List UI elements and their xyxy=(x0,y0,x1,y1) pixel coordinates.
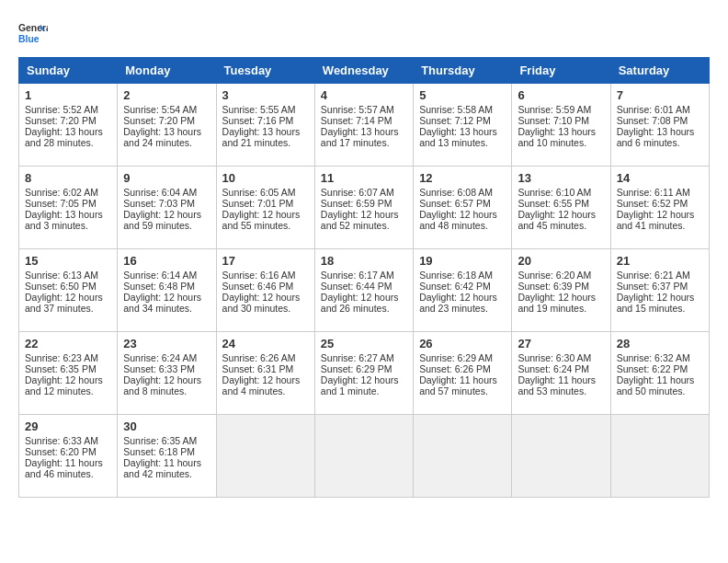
daylight: Daylight: 11 hours and 46 minutes. xyxy=(25,457,103,479)
sunset: Sunset: 7:14 PM xyxy=(321,115,392,126)
sunset: Sunset: 6:33 PM xyxy=(123,363,195,374)
sunrise: Sunrise: 6:01 AM xyxy=(617,104,690,115)
calendar-cell: 9 Sunrise: 6:04 AM Sunset: 7:03 PM Dayli… xyxy=(118,167,216,249)
sunset: Sunset: 6:50 PM xyxy=(25,281,97,292)
sunrise: Sunrise: 6:02 AM xyxy=(25,187,98,198)
sunrise: Sunrise: 6:17 AM xyxy=(321,270,394,281)
sunset: Sunset: 6:52 PM xyxy=(617,198,688,209)
day-number: 8 xyxy=(25,171,111,185)
sunset: Sunset: 6:29 PM xyxy=(321,363,392,374)
daylight: Daylight: 11 hours and 53 minutes. xyxy=(518,374,596,396)
sunrise: Sunrise: 5:52 AM xyxy=(25,104,98,115)
day-number: 20 xyxy=(518,254,604,268)
calendar-cell: 5 Sunrise: 5:58 AM Sunset: 7:12 PM Dayli… xyxy=(414,84,512,167)
day-number: 5 xyxy=(419,88,506,102)
day-number: 15 xyxy=(25,254,111,268)
sunrise: Sunrise: 5:57 AM xyxy=(321,104,394,115)
day-number: 14 xyxy=(617,171,703,185)
day-number: 21 xyxy=(617,254,703,268)
daylight: Daylight: 13 hours and 6 minutes. xyxy=(617,126,695,148)
sunrise: Sunrise: 6:32 AM xyxy=(617,352,690,363)
sunrise: Sunrise: 5:58 AM xyxy=(419,104,493,115)
day-number: 9 xyxy=(123,171,210,185)
daylight: Daylight: 12 hours and 41 minutes. xyxy=(617,209,695,231)
svg-text:General: General xyxy=(18,23,48,33)
sunset: Sunset: 6:39 PM xyxy=(518,281,589,292)
calendar-cell: 12 Sunrise: 6:08 AM Sunset: 6:57 PM Dayl… xyxy=(414,167,512,249)
sunrise: Sunrise: 6:24 AM xyxy=(123,352,197,363)
calendar-cell: 30 Sunrise: 6:35 AM Sunset: 6:18 PM Dayl… xyxy=(118,415,216,498)
daylight: Daylight: 11 hours and 57 minutes. xyxy=(419,374,497,396)
daylight: Daylight: 11 hours and 50 minutes. xyxy=(617,374,695,396)
calendar-cell: 28 Sunrise: 6:32 AM Sunset: 6:22 PM Dayl… xyxy=(610,332,709,415)
logo-icon: General Blue xyxy=(18,18,48,48)
daylight: Daylight: 11 hours and 42 minutes. xyxy=(123,457,201,479)
calendar-week-2: 8 Sunrise: 6:02 AM Sunset: 7:05 PM Dayli… xyxy=(19,167,710,249)
sunrise: Sunrise: 6:16 AM xyxy=(222,270,296,281)
day-number: 29 xyxy=(25,419,111,433)
sunrise: Sunrise: 5:55 AM xyxy=(222,104,296,115)
weekday-header-monday: Monday xyxy=(118,58,216,84)
sunrise: Sunrise: 6:27 AM xyxy=(321,352,394,363)
sunset: Sunset: 7:05 PM xyxy=(25,198,97,209)
sunrise: Sunrise: 6:18 AM xyxy=(419,270,493,281)
sunset: Sunset: 6:48 PM xyxy=(123,281,195,292)
calendar-cell: 18 Sunrise: 6:17 AM Sunset: 6:44 PM Dayl… xyxy=(314,249,413,332)
sunrise: Sunrise: 6:13 AM xyxy=(25,270,98,281)
calendar-cell: 17 Sunrise: 6:16 AM Sunset: 6:46 PM Dayl… xyxy=(216,249,314,332)
sunrise: Sunrise: 6:21 AM xyxy=(617,270,690,281)
calendar-cell: 8 Sunrise: 6:02 AM Sunset: 7:05 PM Dayli… xyxy=(19,167,118,249)
sunrise: Sunrise: 6:30 AM xyxy=(518,352,591,363)
calendar-cell: 25 Sunrise: 6:27 AM Sunset: 6:29 PM Dayl… xyxy=(314,332,413,415)
sunset: Sunset: 7:20 PM xyxy=(25,115,97,126)
daylight: Daylight: 12 hours and 12 minutes. xyxy=(25,374,103,396)
sunset: Sunset: 6:18 PM xyxy=(123,446,195,457)
sunset: Sunset: 6:59 PM xyxy=(321,198,392,209)
header-row: SundayMondayTuesdayWednesdayThursdayFrid… xyxy=(19,58,710,84)
daylight: Daylight: 12 hours and 4 minutes. xyxy=(222,374,301,396)
logo: General Blue xyxy=(18,18,48,48)
sunset: Sunset: 7:20 PM xyxy=(123,115,195,126)
daylight: Daylight: 12 hours and 52 minutes. xyxy=(321,209,399,231)
day-number: 1 xyxy=(25,88,111,102)
sunset: Sunset: 6:57 PM xyxy=(419,198,491,209)
sunrise: Sunrise: 5:59 AM xyxy=(518,104,591,115)
weekday-header-thursday: Thursday xyxy=(414,58,512,84)
day-number: 2 xyxy=(123,88,210,102)
weekday-header-saturday: Saturday xyxy=(610,58,709,84)
daylight: Daylight: 13 hours and 17 minutes. xyxy=(321,126,399,148)
sunrise: Sunrise: 6:05 AM xyxy=(222,187,296,198)
sunrise: Sunrise: 6:04 AM xyxy=(123,187,197,198)
calendar-cell: 14 Sunrise: 6:11 AM Sunset: 6:52 PM Dayl… xyxy=(610,167,709,249)
calendar-week-5: 29 Sunrise: 6:33 AM Sunset: 6:20 PM Dayl… xyxy=(19,415,710,498)
svg-text:Blue: Blue xyxy=(18,34,40,44)
sunset: Sunset: 6:20 PM xyxy=(25,446,97,457)
daylight: Daylight: 13 hours and 3 minutes. xyxy=(25,209,103,231)
day-number: 13 xyxy=(518,171,604,185)
sunset: Sunset: 6:37 PM xyxy=(617,281,688,292)
calendar-cell: 29 Sunrise: 6:33 AM Sunset: 6:20 PM Dayl… xyxy=(19,415,118,498)
calendar-cell xyxy=(512,415,610,498)
day-number: 24 xyxy=(222,337,309,350)
daylight: Daylight: 12 hours and 30 minutes. xyxy=(222,292,301,314)
calendar-cell: 23 Sunrise: 6:24 AM Sunset: 6:33 PM Dayl… xyxy=(118,332,216,415)
weekday-header-tuesday: Tuesday xyxy=(216,58,314,84)
sunset: Sunset: 6:46 PM xyxy=(222,281,294,292)
calendar-cell: 6 Sunrise: 5:59 AM Sunset: 7:10 PM Dayli… xyxy=(512,84,610,167)
sunrise: Sunrise: 6:29 AM xyxy=(419,352,493,363)
day-number: 3 xyxy=(222,88,309,102)
sunset: Sunset: 6:42 PM xyxy=(419,281,491,292)
page-header: General Blue xyxy=(18,18,710,48)
calendar-cell: 19 Sunrise: 6:18 AM Sunset: 6:42 PM Dayl… xyxy=(414,249,512,332)
calendar-cell: 4 Sunrise: 5:57 AM Sunset: 7:14 PM Dayli… xyxy=(314,84,413,167)
sunset: Sunset: 7:16 PM xyxy=(222,115,294,126)
sunset: Sunset: 7:01 PM xyxy=(222,198,294,209)
sunrise: Sunrise: 6:26 AM xyxy=(222,352,296,363)
calendar-cell: 22 Sunrise: 6:23 AM Sunset: 6:35 PM Dayl… xyxy=(19,332,118,415)
day-number: 4 xyxy=(321,88,407,102)
weekday-header-wednesday: Wednesday xyxy=(314,58,413,84)
day-number: 23 xyxy=(123,337,210,350)
calendar-cell: 3 Sunrise: 5:55 AM Sunset: 7:16 PM Dayli… xyxy=(216,84,314,167)
calendar-cell: 1 Sunrise: 5:52 AM Sunset: 7:20 PM Dayli… xyxy=(19,84,118,167)
day-number: 11 xyxy=(321,171,407,185)
